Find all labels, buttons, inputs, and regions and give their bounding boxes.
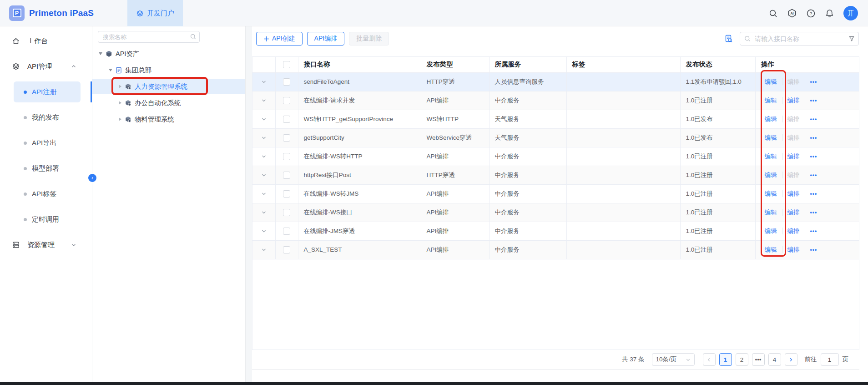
row-expand-icon[interactable] <box>261 154 267 159</box>
orchestrate-link[interactable]: 编排 <box>782 78 800 85</box>
sidebar-item-api-export[interactable]: API导出 <box>0 132 92 153</box>
page-size-select[interactable]: 10条/页 <box>652 353 695 366</box>
row-expand-icon[interactable] <box>261 228 267 234</box>
table-row[interactable]: httpRest接口Post HTTP穿透 中介服务 1.0已注册 编辑编排••… <box>252 166 859 184</box>
sidebar-item-resource-management[interactable]: 资源管理 <box>0 234 92 255</box>
prev-page-button[interactable] <box>703 353 716 366</box>
row-checkbox[interactable] <box>283 190 290 198</box>
more-actions-button[interactable]: ••• <box>805 97 818 104</box>
row-expand-icon[interactable] <box>261 98 267 103</box>
api-create-button[interactable]: API创建 <box>256 32 303 46</box>
edit-link[interactable]: 编辑 <box>765 97 777 104</box>
row-checkbox[interactable] <box>283 228 290 235</box>
sidebar-item-api-register[interactable]: API注册 <box>14 81 81 102</box>
sidebar-item-api-tags[interactable]: API标签 <box>0 183 92 204</box>
row-expand-icon[interactable] <box>261 210 267 215</box>
bell-icon[interactable] <box>825 9 834 18</box>
orchestrate-link[interactable]: 编排 <box>782 228 800 234</box>
edit-link[interactable]: 编辑 <box>765 246 777 253</box>
goto-page-input[interactable] <box>821 353 839 366</box>
batch-delete-button[interactable]: 批量删除 <box>349 32 389 46</box>
more-actions-button[interactable]: ••• <box>805 228 818 234</box>
select-all-checkbox[interactable] <box>283 61 290 68</box>
caret-right-icon[interactable] <box>119 85 121 88</box>
sidebar-item-model-deploy[interactable]: 模型部署 <box>0 158 92 179</box>
page-button-1[interactable]: 1 <box>719 353 732 366</box>
list-search-icon[interactable] <box>724 34 733 43</box>
filter-funnel-icon[interactable] <box>848 35 855 42</box>
tree-node-material-system[interactable]: 物料管理系统 <box>92 112 245 127</box>
table-row[interactable]: getSupportCity WebService穿透 天气服务 1.0已发布 … <box>252 128 859 147</box>
table-row[interactable]: 在线编排-WS接口 API编排 中介服务 1.0已注册 编辑编排••• <box>252 203 859 222</box>
table-row[interactable]: 在线编排-WS转JMS API编排 中介服务 1.0已注册 编辑编排••• <box>252 184 859 203</box>
orchestrate-link[interactable]: 编排 <box>782 153 800 160</box>
row-expand-icon[interactable] <box>261 172 267 178</box>
tree-search-input[interactable] <box>98 31 200 43</box>
table-row[interactable]: WS转HTTP_getSupportProvince WS转HTTP 天气服务 … <box>252 110 859 128</box>
ai-assistant-icon[interactable]: AI <box>787 8 797 18</box>
edit-link[interactable]: 编辑 <box>765 78 777 85</box>
table-row[interactable]: 在线编排-请求并发 API编排 中介服务 1.0已注册 编辑编排••• <box>252 91 859 110</box>
search-icon[interactable] <box>768 9 778 18</box>
table-row[interactable]: 在线编排-JMS穿透 API编排 中介服务 1.0已注册 编辑编排••• <box>252 222 859 240</box>
sidebar-item-scheduled-calls[interactable]: 定时调用 <box>0 209 92 230</box>
caret-right-icon[interactable] <box>119 101 121 105</box>
sidebar-item-my-publications[interactable]: 我的发布 <box>0 107 92 128</box>
next-page-button[interactable] <box>785 353 797 366</box>
row-expand-icon[interactable] <box>261 135 267 141</box>
table-row[interactable]: sendFileToAgent HTTP穿透 人员信息查询服务 1.1发布申请驳… <box>252 72 859 91</box>
orchestrate-link[interactable]: 编排 <box>782 172 800 178</box>
row-expand-icon[interactable] <box>261 117 267 122</box>
caret-down-icon[interactable] <box>99 52 102 55</box>
more-actions-button[interactable]: ••• <box>805 153 818 160</box>
row-expand-icon[interactable] <box>261 247 267 253</box>
edit-link[interactable]: 编辑 <box>765 228 777 234</box>
row-checkbox[interactable] <box>283 134 290 142</box>
api-orchestrate-button[interactable]: API编排 <box>307 32 345 46</box>
more-actions-button[interactable]: ••• <box>805 191 818 197</box>
orchestrate-link[interactable]: 编排 <box>782 209 800 216</box>
row-checkbox[interactable] <box>283 172 290 179</box>
table-row[interactable]: 在线编排-WS转HTTP API编排 中介服务 1.0已注册 编辑编排••• <box>252 147 859 166</box>
page-button-4[interactable]: 4 <box>768 353 781 366</box>
caret-right-icon[interactable] <box>119 117 121 121</box>
edit-link[interactable]: 编辑 <box>765 209 777 216</box>
orchestrate-link[interactable]: 编排 <box>782 116 800 122</box>
sidebar-item-workbench[interactable]: 工作台 <box>0 30 92 51</box>
caret-down-icon[interactable] <box>109 69 112 71</box>
orchestrate-link[interactable]: 编排 <box>782 97 800 104</box>
page-ellipsis-button[interactable]: ••• <box>752 353 765 366</box>
tree-node-oa-system[interactable]: 办公自动化系统 <box>92 96 245 110</box>
tree-node-group-hq[interactable]: 集团总部 <box>92 63 245 77</box>
more-actions-button[interactable]: ••• <box>805 247 818 253</box>
table-row[interactable]: A_SXL_TEST API编排 中介服务 1.0已注册 编辑编排••• <box>252 240 859 259</box>
edit-link[interactable]: 编辑 <box>765 134 777 141</box>
row-expand-icon[interactable] <box>261 79 267 85</box>
edit-link[interactable]: 编辑 <box>765 116 777 122</box>
page-button-2[interactable]: 2 <box>736 353 748 366</box>
row-checkbox[interactable] <box>283 97 290 104</box>
edit-link[interactable]: 编辑 <box>765 153 777 160</box>
tab-dev-portal[interactable]: 开发门户 <box>127 0 183 26</box>
orchestrate-link[interactable]: 编排 <box>782 246 800 253</box>
row-checkbox[interactable] <box>283 116 290 123</box>
more-actions-button[interactable]: ••• <box>805 209 818 216</box>
tree-node-hr-system[interactable]: 人力资源管理系统 <box>92 79 245 94</box>
row-checkbox[interactable] <box>283 153 290 160</box>
row-checkbox[interactable] <box>283 78 290 86</box>
orchestrate-link[interactable]: 编排 <box>782 134 800 141</box>
interface-search-input[interactable] <box>740 32 859 46</box>
help-icon[interactable]: ? <box>806 9 816 18</box>
more-actions-button[interactable]: ••• <box>805 79 818 85</box>
avatar[interactable]: 开 <box>843 6 858 20</box>
sidebar-item-api-management[interactable]: API管理 <box>0 56 92 77</box>
tree-node-api-assets[interactable]: API资产 <box>92 46 245 61</box>
panel-collapse-toggle[interactable]: ‹ <box>88 174 96 182</box>
edit-link[interactable]: 编辑 <box>765 190 777 197</box>
row-checkbox[interactable] <box>283 209 290 216</box>
row-checkbox[interactable] <box>283 246 290 253</box>
more-actions-button[interactable]: ••• <box>805 116 818 122</box>
more-actions-button[interactable]: ••• <box>805 135 818 141</box>
orchestrate-link[interactable]: 编排 <box>782 190 800 197</box>
more-actions-button[interactable]: ••• <box>805 172 818 178</box>
